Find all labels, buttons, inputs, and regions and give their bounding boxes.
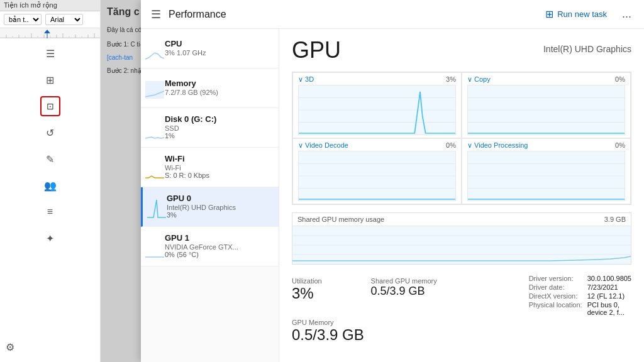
utilization-stat: Utilization 3% xyxy=(292,275,371,305)
disk-sub: SSD xyxy=(165,124,216,132)
toolbar-row: bản t... Arial xyxy=(0,11,100,28)
process-item-wifi[interactable]: Wi-Fi Wi-Fi S: 0 R: 0 Kbps xyxy=(141,148,279,187)
shared-memory-graph xyxy=(292,226,631,264)
tm-menu-icon[interactable]: ☰ xyxy=(151,8,161,21)
gpu-graph-3d: ∨ 3D 3% xyxy=(292,72,462,138)
settings-icon[interactable]: ⚙ xyxy=(0,337,20,357)
users-icon[interactable]: 👥 xyxy=(40,175,60,195)
tm-header: ☰ Performance ⊞ Run new task ... xyxy=(141,0,644,29)
gpu-memory-label: GPU Memory xyxy=(292,319,631,326)
run-task-label: Run new task xyxy=(557,9,607,19)
disk-chart-icon xyxy=(150,114,160,140)
gpu0-pct: 3% xyxy=(167,211,236,219)
driver-date-val: 7/23/2021 xyxy=(587,283,631,291)
gpu-info-grid: Driver version: 30.0.100.9805 Driver dat… xyxy=(529,275,631,316)
gpu1-sub: NVIDIA GeForce GTX... xyxy=(165,243,238,251)
wifi-name: Wi-Fi xyxy=(165,154,209,163)
history-icon[interactable]: ↺ xyxy=(40,123,60,143)
gpu0-sub: Intel(R) UHD Graphics xyxy=(167,204,236,211)
star-icon[interactable]: ✦ xyxy=(40,228,60,248)
graph-copy-area xyxy=(467,85,625,135)
shared-memory-max: 3.9 GB xyxy=(604,216,626,223)
wifi-chart-icon xyxy=(150,154,160,179)
driver-version-key: Driver version: xyxy=(529,275,582,282)
gpu-title: GPU xyxy=(292,39,341,62)
gpu-detail-panel: GPU Intel(R) UHD Graphics ∨ 3D 3% xyxy=(279,29,644,362)
memory-name: Memory xyxy=(165,79,218,88)
gpu-graphs-grid: ∨ 3D 3% xyxy=(292,72,631,205)
graph-copy-pct: 0% xyxy=(615,75,625,84)
memory-sub: 7.2/7.8 GB (92%) xyxy=(165,89,218,96)
cpu-name: CPU xyxy=(165,39,206,48)
left-icons: ☰ ⊞ ⊡ ↺ ✎ 👥 ≡ ✦ xyxy=(0,38,100,337)
disk-pct: 1% xyxy=(165,132,216,140)
graph-videoprocessing-area xyxy=(467,151,625,201)
tm-body: CPU 3% 1.07 GHz xyxy=(141,29,644,362)
driver-date-key: Driver date: xyxy=(529,283,582,291)
shared-gpu-value: 0.5/3.9 GB xyxy=(371,285,450,299)
content-area: Tăng c Đây là cá có dùng li tra khả nă B… xyxy=(101,0,644,362)
gpu-memory-section: Shared GPU memory usage 3.9 GB xyxy=(292,212,631,265)
cpu-chart-icon xyxy=(150,35,160,60)
process-item-disk[interactable]: Disk 0 (G: C:) SSD 1% xyxy=(141,108,279,148)
disk-name: Disk 0 (G: C:) xyxy=(165,114,216,124)
graph-videodecode-area xyxy=(298,151,456,201)
shared-gpu-label: Shared GPU memory xyxy=(371,277,450,285)
insert-icon[interactable]: ⊡ xyxy=(40,96,60,116)
graph-copy-label: ∨ Copy xyxy=(467,75,491,84)
graph-3d-label: ∨ 3D xyxy=(298,75,314,84)
gpu-memory-value: 0.5/3.9 GB xyxy=(292,326,631,344)
shared-gpu-stat: Shared GPU memory 0.5/3.9 GB xyxy=(371,275,450,301)
run-new-task-button[interactable]: ⊞ Run new task xyxy=(540,6,612,23)
task-manager-window: ☰ Performance ⊞ Run new task ... xyxy=(141,0,644,362)
cpu-sub: 3% 1.07 GHz xyxy=(165,49,206,57)
style-select[interactable]: bản t... xyxy=(4,14,42,25)
process-item-gpu0[interactable]: GPU 0 Intel(R) UHD Graphics 3% xyxy=(141,187,279,227)
ruler xyxy=(0,28,100,38)
menu-icon[interactable]: ☰ xyxy=(40,43,60,63)
app-bar-title: Tiện ích mở rộng xyxy=(0,0,100,11)
gpu1-chart-icon xyxy=(150,233,160,258)
app-bar: Tiện ích mở rộng bản t... Arial xyxy=(0,0,101,362)
utilization-label: Utilization xyxy=(292,277,371,285)
more-options-button[interactable]: ... xyxy=(619,5,634,23)
gpu-graph-video-processing: ∨ Video Processing 0% xyxy=(462,138,631,204)
gpu-graph-video-decode: ∨ Video Decode 0% xyxy=(292,138,462,204)
driver-version-val: 30.0.100.9805 xyxy=(587,275,631,282)
gpu1-name: GPU 1 xyxy=(165,233,238,243)
graph-videodecode-label: ∨ Video Decode xyxy=(298,141,348,150)
gpu0-chart-icon xyxy=(152,194,162,219)
gpu-model: Intel(R) UHD Graphics xyxy=(543,39,631,54)
gpu-header: GPU Intel(R) UHD Graphics xyxy=(292,39,631,62)
process-item-memory[interactable]: Memory 7.2/7.8 GB (92%) xyxy=(141,69,279,108)
gpu-memory-bottom: GPU Memory 0.5/3.9 GB xyxy=(292,319,631,344)
process-list: CPU 3% 1.07 GHz xyxy=(141,29,279,362)
gpu1-pct: 0% (56 °C) xyxy=(165,251,238,258)
gpu-graph-copy: ∨ Copy 0% xyxy=(462,72,631,138)
physical-key: Physical location: xyxy=(529,301,582,316)
run-task-icon: ⊞ xyxy=(545,8,553,20)
wifi-sub: Wi-Fi xyxy=(165,164,209,172)
utilization-value: 3% xyxy=(292,285,371,303)
gpu-stats: Utilization 3% Shared GPU memory 0.5/3.9… xyxy=(292,275,631,316)
physical-val: PCI bus 0, device 2, f... xyxy=(587,301,631,316)
svg-marker-16 xyxy=(44,30,50,33)
wifi-pct: S: 0 R: 0 Kbps xyxy=(165,172,209,179)
layout-icon[interactable]: ⊞ xyxy=(40,70,60,90)
graph-videoprocessing-label: ∨ Video Processing xyxy=(467,141,528,150)
graph-3d-pct: 3% xyxy=(446,75,456,84)
graph-3d-area xyxy=(298,85,456,135)
process-item-cpu[interactable]: CPU 3% 1.07 GHz xyxy=(141,29,279,69)
list-icon[interactable]: ≡ xyxy=(40,202,60,222)
font-select[interactable]: Arial xyxy=(45,14,83,25)
directx-val: 12 (FL 12.1) xyxy=(587,292,631,300)
process-item-gpu1[interactable]: GPU 1 NVIDIA GeForce GTX... 0% (56 °C) xyxy=(141,227,279,266)
graph-videoprocessing-pct: 0% xyxy=(615,141,625,150)
memory-chart-icon xyxy=(150,75,160,100)
tm-title: Performance xyxy=(169,9,533,20)
gpu0-name: GPU 0 xyxy=(167,194,236,203)
graph-videodecode-pct: 0% xyxy=(446,141,456,150)
draw-icon[interactable]: ✎ xyxy=(40,149,60,169)
directx-key: DirectX version: xyxy=(529,292,582,300)
shared-memory-label: Shared GPU memory usage xyxy=(297,216,384,223)
